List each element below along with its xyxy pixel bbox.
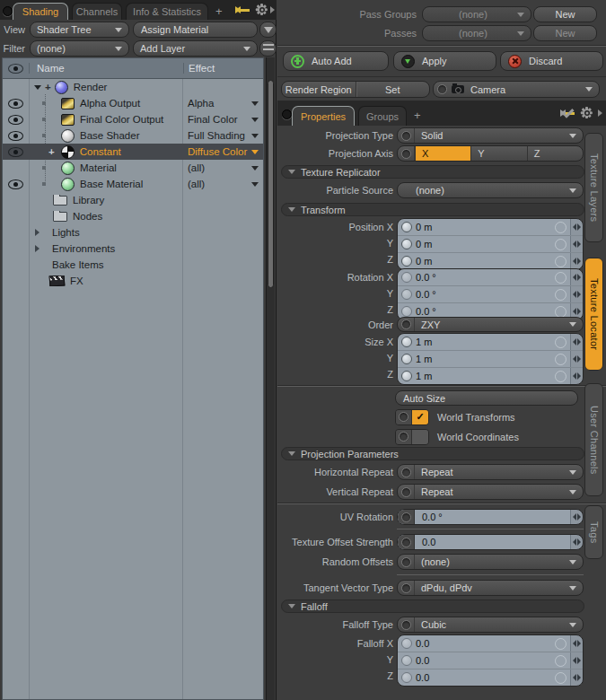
collapsed-arrow-icon[interactable] xyxy=(35,245,40,252)
rotation-x-field[interactable]: 0.0 ° xyxy=(398,269,583,285)
world-transforms-checkbox[interactable]: ✓ xyxy=(395,409,429,425)
apply-button[interactable]: Apply xyxy=(393,51,496,71)
tangent-vector-type-dropdown[interactable]: dPdu, dPdv xyxy=(397,580,584,596)
channel-toggle[interactable] xyxy=(398,672,416,683)
stepper-arrows-icon[interactable] xyxy=(571,669,583,686)
tree-row-alpha-output[interactable]: Alpha Output Alpha xyxy=(3,95,263,111)
eye-icon[interactable] xyxy=(8,99,23,109)
size-y-value[interactable]: 1 m xyxy=(416,354,555,364)
position-z-value[interactable]: 0 m xyxy=(416,256,555,267)
side-tab-user-channels[interactable]: User Channels xyxy=(584,383,603,496)
section-texture-replicator[interactable]: Texture Replicator xyxy=(281,165,584,179)
panel-right-arrow-icon[interactable] xyxy=(270,6,275,13)
tab-channels[interactable]: Channels xyxy=(72,3,122,20)
section-projection-parameters[interactable]: Projection Parameters xyxy=(281,447,584,460)
tree-row-base-shader[interactable]: Base Shader Full Shading xyxy=(3,127,263,144)
tree-scrollbar[interactable] xyxy=(266,57,275,700)
random-offsets-dropdown[interactable]: (none) xyxy=(397,554,584,570)
texture-offset-strength-value[interactable]: 0.0 xyxy=(415,537,570,547)
channel-toggle[interactable] xyxy=(398,272,416,283)
mini-dial-icon[interactable] xyxy=(555,222,566,233)
render-region-button[interactable]: Render Region xyxy=(282,84,356,95)
stepper-arrows-icon[interactable] xyxy=(571,351,583,367)
size-z-value[interactable]: 1 m xyxy=(416,371,555,381)
collapse-triangle-icon[interactable] xyxy=(34,85,41,90)
channel-toggle[interactable] xyxy=(398,371,416,381)
mini-dial-icon[interactable] xyxy=(555,672,566,684)
channel-toggle[interactable] xyxy=(398,617,415,632)
view-mode-dropdown[interactable]: Shader Tree xyxy=(30,22,129,38)
stepper-arrows-icon[interactable] xyxy=(571,535,583,549)
tab-properties[interactable]: Properties xyxy=(292,106,355,126)
tree-row-material[interactable]: Material (all) xyxy=(3,160,263,176)
assign-material-button[interactable]: Assign Material xyxy=(133,22,258,38)
layer-options-button[interactable] xyxy=(259,40,277,57)
axis-x-button[interactable]: X xyxy=(415,146,470,161)
effect-dropdown-icon[interactable] xyxy=(251,101,259,106)
tab-add[interactable]: + xyxy=(414,109,421,122)
channel-toggle[interactable] xyxy=(398,289,416,300)
stepper-arrows-icon[interactable] xyxy=(571,652,583,669)
size-x-field[interactable]: 1 m xyxy=(398,334,583,350)
channel-toggle[interactable] xyxy=(398,146,415,161)
checkbox-empty[interactable] xyxy=(412,430,428,444)
channel-toggle[interactable] xyxy=(396,410,412,424)
mini-dial-icon[interactable] xyxy=(555,272,566,284)
mini-dial-icon[interactable] xyxy=(555,655,566,667)
auto-add-button[interactable]: Auto Add xyxy=(283,51,389,71)
rotation-y-value[interactable]: 0.0 ° xyxy=(416,289,555,300)
channel-toggle[interactable] xyxy=(398,354,416,364)
channel-toggle[interactable] xyxy=(398,485,415,499)
axis-z-button[interactable]: Z xyxy=(527,146,583,161)
channel-toggle[interactable] xyxy=(398,655,416,666)
tab-info-statistics[interactable]: Info & Statistics xyxy=(126,3,208,20)
section-transform[interactable]: Transform xyxy=(281,203,584,216)
expand-plus-icon[interactable]: + xyxy=(48,146,55,157)
mini-dial-icon[interactable] xyxy=(555,306,566,318)
channel-toggle[interactable] xyxy=(398,222,416,232)
panel-right-arrow-icon[interactable] xyxy=(598,109,602,117)
channel-toggle[interactable] xyxy=(398,239,416,249)
tree-row-base-material[interactable]: Base Material (all) xyxy=(3,176,263,192)
texture-offset-strength-field[interactable]: 0.0 xyxy=(397,534,584,550)
channel-toggle[interactable] xyxy=(398,318,415,331)
uv-rotation-value[interactable]: 0.0 ° xyxy=(415,512,570,522)
tree-row-final-color-output[interactable]: Final Color Output Final Color xyxy=(3,111,263,127)
falloff-z-field[interactable]: 0.0 xyxy=(398,669,583,686)
eye-icon[interactable] xyxy=(8,115,23,125)
effect-dropdown-icon[interactable] xyxy=(251,166,259,171)
falloff-type-dropdown[interactable]: Cubic xyxy=(397,617,584,633)
stepper-arrows-icon[interactable] xyxy=(571,236,583,252)
mini-dial-icon[interactable] xyxy=(555,638,566,650)
mini-dial-icon[interactable] xyxy=(555,239,566,250)
tree-row-nodes[interactable]: Nodes xyxy=(3,208,263,224)
side-tab-tags[interactable]: Tags xyxy=(584,505,603,559)
channel-toggle[interactable] xyxy=(396,430,412,444)
filter-value-dropdown[interactable]: (none) xyxy=(30,40,129,57)
render-region-set-button[interactable]: Set xyxy=(356,84,430,95)
position-z-field[interactable]: 0 m xyxy=(398,252,583,269)
tab-shading[interactable]: Shading xyxy=(13,3,68,20)
mini-dial-icon[interactable] xyxy=(555,289,566,301)
passes-new-button[interactable]: New xyxy=(533,25,597,41)
particle-source-dropdown[interactable]: (none) xyxy=(397,182,584,198)
checkmark-icon[interactable]: ✓ xyxy=(412,410,428,424)
tree-row-bake-items[interactable]: Bake Items xyxy=(3,257,263,273)
tab-add[interactable]: + xyxy=(215,4,223,18)
tree-row-environments[interactable]: Environments xyxy=(3,241,263,257)
mini-dial-icon[interactable] xyxy=(555,337,566,348)
pass-groups-new-button[interactable]: New xyxy=(533,6,597,22)
effect-dropdown-icon[interactable] xyxy=(251,134,259,138)
mini-dial-icon[interactable] xyxy=(555,256,566,267)
tree-row-render[interactable]: + Render xyxy=(3,79,263,95)
stepper-arrows-icon[interactable] xyxy=(571,368,583,384)
position-y-value[interactable]: 0 m xyxy=(416,239,555,249)
projection-type-dropdown[interactable]: Solid xyxy=(397,127,584,144)
column-header-name[interactable]: Name xyxy=(29,63,183,74)
channel-toggle[interactable] xyxy=(398,638,416,649)
tree-row-lights[interactable]: Lights xyxy=(3,224,263,241)
auto-size-button[interactable]: Auto Size xyxy=(395,390,578,406)
effect-dropdown-icon[interactable] xyxy=(251,150,259,154)
stepper-arrows-icon[interactable] xyxy=(571,635,583,652)
rotation-x-value[interactable]: 0.0 ° xyxy=(416,272,555,283)
